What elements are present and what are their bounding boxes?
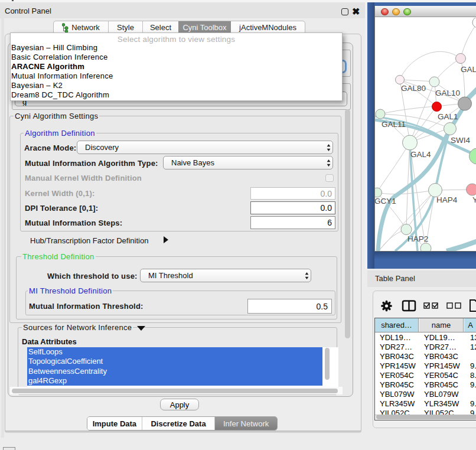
svg-text:Y: Y (472, 195, 476, 204)
svg-text:GAL10: GAL10 (435, 89, 460, 97)
svg-text:GCY1: GCY1 (375, 197, 396, 206)
svg-text:HAP2: HAP2 (407, 234, 428, 243)
svg-text:GAL4: GAL4 (410, 150, 431, 159)
svg-text:SWI4: SWI4 (451, 136, 470, 145)
svg-text:GAL: GAL (461, 65, 476, 74)
svg-text:GAL80: GAL80 (401, 84, 426, 93)
svg-text:GAL1: GAL1 (438, 112, 458, 121)
svg-text:HAP4: HAP4 (436, 195, 458, 204)
svg-text:GAL11: GAL11 (382, 120, 406, 129)
